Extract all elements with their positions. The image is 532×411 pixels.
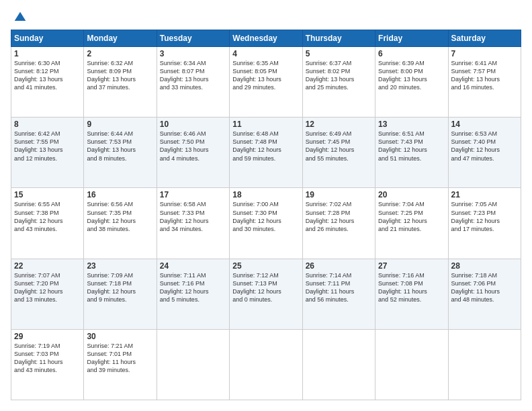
day-info: Sunrise: 6:41 AM Sunset: 7:57 PM Dayligh… bbox=[451, 59, 518, 92]
calendar-header-tuesday: Tuesday bbox=[157, 30, 229, 47]
day-number: 12 bbox=[306, 120, 372, 129]
calendar-header-thursday: Thursday bbox=[302, 30, 375, 47]
day-info: Sunrise: 7:14 AM Sunset: 7:11 PM Dayligh… bbox=[306, 271, 372, 304]
day-info: Sunrise: 7:04 AM Sunset: 7:25 PM Dayligh… bbox=[378, 200, 445, 233]
day-info: Sunrise: 7:00 AM Sunset: 7:30 PM Dayligh… bbox=[232, 200, 299, 233]
page: SundayMondayTuesdayWednesdayThursdayFrid… bbox=[0, 0, 532, 411]
day-info: Sunrise: 6:46 AM Sunset: 7:50 PM Dayligh… bbox=[160, 130, 226, 163]
day-number: 5 bbox=[306, 49, 372, 58]
day-number: 16 bbox=[87, 190, 153, 199]
day-info: Sunrise: 6:32 AM Sunset: 8:09 PM Dayligh… bbox=[87, 59, 153, 92]
day-info: Sunrise: 7:16 AM Sunset: 7:08 PM Dayligh… bbox=[378, 271, 445, 304]
day-info: Sunrise: 7:02 AM Sunset: 7:28 PM Dayligh… bbox=[306, 200, 372, 233]
calendar-header-wednesday: Wednesday bbox=[230, 30, 302, 47]
day-number: 8 bbox=[14, 120, 81, 129]
day-info: Sunrise: 6:55 AM Sunset: 7:38 PM Dayligh… bbox=[14, 200, 81, 233]
day-number: 17 bbox=[160, 190, 226, 199]
day-info: Sunrise: 6:35 AM Sunset: 8:05 PM Dayligh… bbox=[232, 59, 299, 92]
calendar-header-saturday: Saturday bbox=[448, 30, 521, 47]
calendar-cell: 14Sunrise: 6:53 AM Sunset: 7:40 PM Dayli… bbox=[448, 118, 521, 188]
day-number: 25 bbox=[232, 261, 299, 271]
day-number: 28 bbox=[451, 261, 518, 271]
calendar-week-1: 1Sunrise: 6:30 AM Sunset: 8:12 PM Daylig… bbox=[11, 47, 521, 118]
calendar-cell: 17Sunrise: 6:58 AM Sunset: 7:33 PM Dayli… bbox=[157, 188, 229, 259]
svg-marker-0 bbox=[15, 12, 26, 21]
day-info: Sunrise: 7:12 AM Sunset: 7:13 PM Dayligh… bbox=[232, 271, 299, 304]
day-number: 26 bbox=[306, 261, 372, 271]
day-number: 7 bbox=[451, 49, 518, 58]
calendar-cell: 19Sunrise: 7:02 AM Sunset: 7:28 PM Dayli… bbox=[302, 188, 375, 259]
calendar-cell: 10Sunrise: 6:46 AM Sunset: 7:50 PM Dayli… bbox=[157, 118, 229, 188]
header bbox=[11, 11, 521, 24]
calendar-cell: 27Sunrise: 7:16 AM Sunset: 7:08 PM Dayli… bbox=[375, 259, 448, 329]
logo bbox=[11, 11, 27, 24]
calendar-cell: 13Sunrise: 6:51 AM Sunset: 7:43 PM Dayli… bbox=[375, 118, 448, 188]
calendar-cell: 15Sunrise: 6:55 AM Sunset: 7:38 PM Dayli… bbox=[11, 188, 84, 259]
calendar-cell: 2Sunrise: 6:32 AM Sunset: 8:09 PM Daylig… bbox=[84, 47, 157, 118]
calendar-cell: 7Sunrise: 6:41 AM Sunset: 7:57 PM Daylig… bbox=[448, 47, 521, 118]
calendar-cell bbox=[448, 329, 521, 400]
day-info: Sunrise: 7:11 AM Sunset: 7:16 PM Dayligh… bbox=[160, 271, 226, 304]
calendar-header-sunday: Sunday bbox=[11, 30, 84, 47]
day-info: Sunrise: 7:05 AM Sunset: 7:23 PM Dayligh… bbox=[451, 200, 518, 233]
day-info: Sunrise: 6:30 AM Sunset: 8:12 PM Dayligh… bbox=[14, 59, 81, 92]
day-number: 1 bbox=[14, 49, 81, 58]
calendar-cell: 16Sunrise: 6:56 AM Sunset: 7:35 PM Dayli… bbox=[84, 188, 157, 259]
day-number: 24 bbox=[160, 261, 226, 271]
day-info: Sunrise: 6:56 AM Sunset: 7:35 PM Dayligh… bbox=[87, 200, 153, 233]
day-info: Sunrise: 6:48 AM Sunset: 7:48 PM Dayligh… bbox=[232, 130, 299, 163]
calendar-cell bbox=[375, 329, 448, 400]
day-number: 13 bbox=[378, 120, 445, 129]
calendar-cell: 20Sunrise: 7:04 AM Sunset: 7:25 PM Dayli… bbox=[375, 188, 448, 259]
calendar-cell: 18Sunrise: 7:00 AM Sunset: 7:30 PM Dayli… bbox=[230, 188, 302, 259]
day-number: 11 bbox=[232, 120, 299, 129]
day-info: Sunrise: 6:51 AM Sunset: 7:43 PM Dayligh… bbox=[378, 130, 445, 163]
day-number: 6 bbox=[378, 49, 445, 58]
calendar-cell: 5Sunrise: 6:37 AM Sunset: 8:02 PM Daylig… bbox=[302, 47, 375, 118]
day-number: 19 bbox=[306, 190, 372, 199]
calendar-week-4: 22Sunrise: 7:07 AM Sunset: 7:20 PM Dayli… bbox=[11, 259, 521, 329]
day-info: Sunrise: 7:09 AM Sunset: 7:18 PM Dayligh… bbox=[87, 271, 153, 304]
calendar-cell: 1Sunrise: 6:30 AM Sunset: 8:12 PM Daylig… bbox=[11, 47, 84, 118]
day-info: Sunrise: 7:07 AM Sunset: 7:20 PM Dayligh… bbox=[14, 271, 81, 304]
calendar-cell: 22Sunrise: 7:07 AM Sunset: 7:20 PM Dayli… bbox=[11, 259, 84, 329]
calendar-header-friday: Friday bbox=[375, 30, 448, 47]
calendar-cell bbox=[302, 329, 375, 400]
calendar-cell: 21Sunrise: 7:05 AM Sunset: 7:23 PM Dayli… bbox=[448, 188, 521, 259]
calendar-cell: 30Sunrise: 7:21 AM Sunset: 7:01 PM Dayli… bbox=[84, 329, 157, 400]
day-number: 15 bbox=[14, 190, 81, 199]
day-number: 9 bbox=[87, 120, 153, 129]
calendar-week-5: 29Sunrise: 7:19 AM Sunset: 7:03 PM Dayli… bbox=[11, 329, 521, 400]
day-info: Sunrise: 7:21 AM Sunset: 7:01 PM Dayligh… bbox=[87, 342, 153, 375]
calendar-table: SundayMondayTuesdayWednesdayThursdayFrid… bbox=[11, 30, 521, 400]
calendar-cell: 8Sunrise: 6:42 AM Sunset: 7:55 PM Daylig… bbox=[11, 118, 84, 188]
calendar-cell: 26Sunrise: 7:14 AM Sunset: 7:11 PM Dayli… bbox=[302, 259, 375, 329]
calendar-cell bbox=[157, 329, 229, 400]
day-number: 2 bbox=[87, 49, 153, 58]
day-info: Sunrise: 6:49 AM Sunset: 7:45 PM Dayligh… bbox=[306, 130, 372, 163]
calendar-cell: 9Sunrise: 6:44 AM Sunset: 7:53 PM Daylig… bbox=[84, 118, 157, 188]
day-info: Sunrise: 6:42 AM Sunset: 7:55 PM Dayligh… bbox=[14, 130, 81, 163]
calendar-cell: 6Sunrise: 6:39 AM Sunset: 8:00 PM Daylig… bbox=[375, 47, 448, 118]
day-number: 10 bbox=[160, 120, 226, 129]
calendar-cell: 29Sunrise: 7:19 AM Sunset: 7:03 PM Dayli… bbox=[11, 329, 84, 400]
day-info: Sunrise: 6:39 AM Sunset: 8:00 PM Dayligh… bbox=[378, 59, 445, 92]
calendar-cell: 28Sunrise: 7:18 AM Sunset: 7:06 PM Dayli… bbox=[448, 259, 521, 329]
day-info: Sunrise: 7:19 AM Sunset: 7:03 PM Dayligh… bbox=[14, 342, 81, 375]
day-number: 20 bbox=[378, 190, 445, 199]
day-number: 4 bbox=[232, 49, 299, 58]
calendar-header-monday: Monday bbox=[84, 30, 157, 47]
calendar-cell: 3Sunrise: 6:34 AM Sunset: 8:07 PM Daylig… bbox=[157, 47, 229, 118]
day-info: Sunrise: 6:34 AM Sunset: 8:07 PM Dayligh… bbox=[160, 59, 226, 92]
calendar-cell bbox=[230, 329, 302, 400]
day-number: 21 bbox=[451, 190, 518, 199]
day-number: 23 bbox=[87, 261, 153, 271]
calendar-cell: 25Sunrise: 7:12 AM Sunset: 7:13 PM Dayli… bbox=[230, 259, 302, 329]
calendar-week-2: 8Sunrise: 6:42 AM Sunset: 7:55 PM Daylig… bbox=[11, 118, 521, 188]
day-number: 3 bbox=[160, 49, 226, 58]
calendar-cell: 11Sunrise: 6:48 AM Sunset: 7:48 PM Dayli… bbox=[230, 118, 302, 188]
day-info: Sunrise: 6:44 AM Sunset: 7:53 PM Dayligh… bbox=[87, 130, 153, 163]
calendar-week-3: 15Sunrise: 6:55 AM Sunset: 7:38 PM Dayli… bbox=[11, 188, 521, 259]
day-info: Sunrise: 6:37 AM Sunset: 8:02 PM Dayligh… bbox=[306, 59, 372, 92]
calendar-cell: 12Sunrise: 6:49 AM Sunset: 7:45 PM Dayli… bbox=[302, 118, 375, 188]
